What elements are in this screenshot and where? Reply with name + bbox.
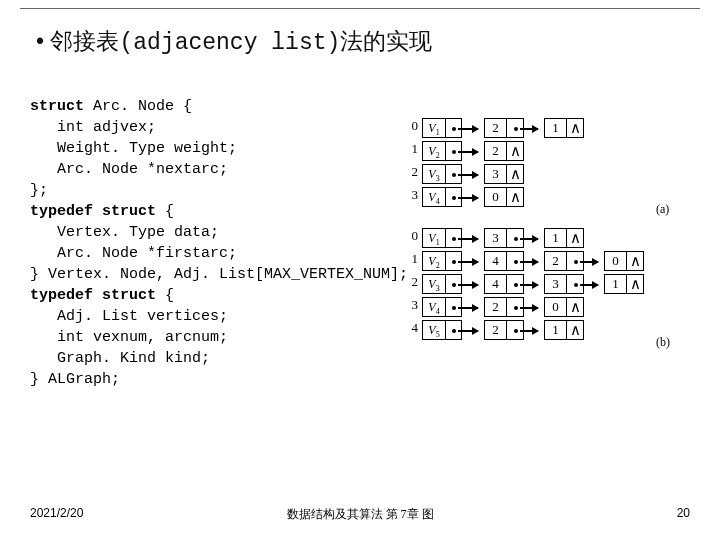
row-index: 0 [406,118,418,134]
arc-node: 2 [544,251,584,271]
vertex-box: V3 [422,274,446,294]
arc-node: 4 [484,274,524,294]
code-block: struct Arc. Node { int adjvex; Weight. T… [30,96,408,390]
arc-node: 3 [544,274,584,294]
arc-node: 2 [484,118,524,138]
vertex-box: V4 [422,297,446,317]
arc-node: 0∧ [484,187,524,207]
vertex-box: V4 [422,187,446,207]
vertex-box: V1 [422,228,446,248]
arc-node: 2 [484,297,524,317]
footer: 2021/2/20 数据结构及其算法 第 7章 图 20 [0,506,720,522]
arc-node: 0∧ [604,251,644,271]
title-zh2: 法的实现 [340,28,432,54]
adjacency-diagram: 0V121∧1V22∧2V33∧3V40∧(a)0V131∧1V2420∧2V3… [406,118,704,370]
arc-node: 2 [484,320,524,340]
arc-node: 4 [484,251,524,271]
row-index: 1 [406,251,418,267]
row-index: 0 [406,228,418,244]
vertex-box: V3 [422,164,446,184]
vertex-box: V2 [422,251,446,271]
arc-node: 3∧ [484,164,524,184]
footer-center: 数据结构及其算法 第 7章 图 [0,506,720,523]
arc-node: 3 [484,228,524,248]
row-index: 2 [406,164,418,180]
bullet: • [36,28,44,54]
row-index: 3 [406,187,418,203]
title-paren: (adjacency list) [119,30,340,56]
vertex-box: V1 [422,118,446,138]
row-index: 2 [406,274,418,290]
footer-page: 20 [677,506,690,520]
vertex-box: V5 [422,320,446,340]
row-index: 4 [406,320,418,336]
arc-node: 1∧ [544,118,584,138]
title-zh1: 邻接表 [50,28,119,54]
arc-node: 1∧ [544,228,584,248]
row-index: 3 [406,297,418,313]
diagram-caption: (b) [656,335,670,350]
arc-node: 2∧ [484,141,524,161]
diagram-caption: (a) [656,202,669,217]
row-index: 1 [406,141,418,157]
arc-node: 1∧ [604,274,644,294]
arc-node: 1∧ [544,320,584,340]
arc-node: 0∧ [544,297,584,317]
vertex-box: V2 [422,141,446,161]
